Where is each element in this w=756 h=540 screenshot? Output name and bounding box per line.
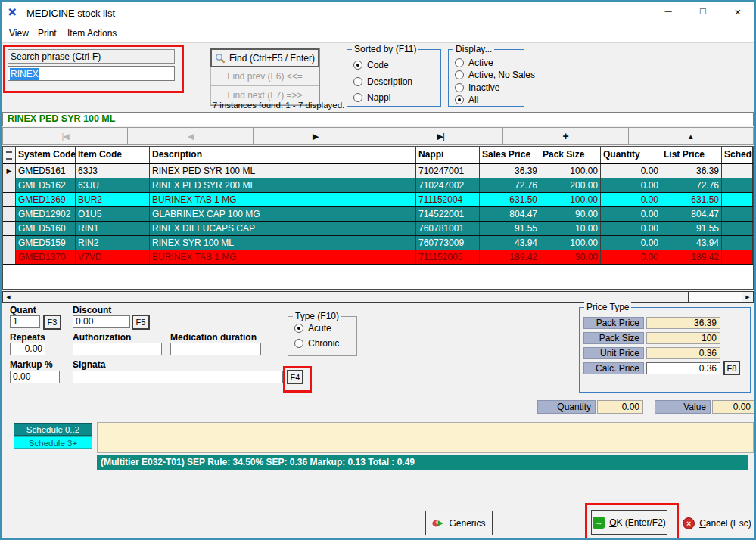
- column-header-list-price[interactable]: List Price: [661, 147, 722, 163]
- quant-input[interactable]: 1: [10, 315, 40, 328]
- calc-price-fkey-button[interactable]: F8: [723, 361, 740, 375]
- discount-fkey-button[interactable]: F5: [132, 315, 150, 330]
- calc-price-label: Calc. Price: [583, 362, 644, 374]
- edit-record-button[interactable]: ▲: [629, 127, 754, 145]
- menu-item-actions[interactable]: Item Actions: [67, 28, 117, 39]
- cell: [722, 250, 753, 264]
- cell: 0.00: [601, 207, 661, 221]
- column-header-sales-price[interactable]: Sales Price: [480, 147, 540, 163]
- find-panel: Find (Ctrl+F5 / Enter) Find prev (F6) <<…: [210, 48, 320, 106]
- schedule-3plus-button[interactable]: Schedule 3+: [14, 436, 92, 449]
- scroll-right-icon[interactable]: ▶: [742, 292, 753, 302]
- cell: 0.00: [601, 193, 661, 206]
- cell: 10.00: [540, 222, 601, 235]
- cell: 0.00: [601, 164, 661, 178]
- last-record-icon: ▶|: [437, 132, 443, 141]
- menu-view[interactable]: View: [9, 28, 29, 39]
- cell: 631.50: [661, 193, 722, 206]
- signata-fkey-button[interactable]: F4: [287, 370, 303, 384]
- authorization-input[interactable]: [73, 343, 162, 355]
- scrollbar-thumb[interactable]: [14, 292, 689, 302]
- generics-button[interactable]: Generics: [425, 511, 493, 535]
- cell: 0.00: [601, 236, 661, 250]
- grid-options-icon[interactable]: [3, 147, 16, 163]
- medication-duration-input[interactable]: [170, 343, 261, 355]
- cell: 91.55: [661, 222, 722, 235]
- signata-input[interactable]: [73, 371, 283, 383]
- row-indicator: [3, 193, 16, 206]
- cancel-button[interactable]: × Cancel (Esc): [680, 511, 754, 535]
- table-row[interactable]: GMED516263JURINEX PED SYR 200 ML71024700…: [3, 178, 753, 193]
- radio-type-chronic[interactable]: Chronic: [294, 338, 339, 349]
- last-record-button[interactable]: ▶|: [378, 127, 503, 145]
- insert-record-button[interactable]: +: [503, 127, 628, 145]
- table-row[interactable]: GMED1369BUR2BURINEX TAB 1 MG711152004631…: [3, 193, 753, 207]
- close-icon[interactable]: ×: [728, 5, 748, 20]
- find-prev-button[interactable]: Find prev (F6) <<=: [210, 67, 319, 86]
- cell: 63J3: [76, 164, 150, 178]
- search-icon: [215, 53, 226, 64]
- table-row[interactable]: GMED5159RIN2RINEX SYR 100 ML76077300943.…: [3, 236, 753, 250]
- scroll-left-icon[interactable]: ◀: [3, 292, 14, 302]
- row-indicator: [3, 222, 16, 235]
- column-header-system-code[interactable]: System Code: [16, 147, 76, 163]
- column-header-description[interactable]: Description: [150, 147, 416, 163]
- radio-sort-code[interactable]: Code: [353, 60, 389, 70]
- column-header-item-code[interactable]: Item Code: [76, 147, 150, 163]
- cancel-label: Cancel (Esc): [699, 518, 751, 529]
- title-bar: × MEDICINE stock list ─ □ ×: [2, 2, 754, 24]
- maximize-icon[interactable]: □: [693, 5, 713, 20]
- menu-print[interactable]: Print: [38, 28, 57, 39]
- radio-display-all[interactable]: All: [455, 95, 478, 105]
- cell: BURINEX TAB 1 MG: [150, 250, 416, 264]
- cell: [722, 178, 753, 192]
- markup-input[interactable]: 0.00: [10, 371, 60, 383]
- calc-price-input[interactable]: 0.36: [646, 362, 720, 374]
- cell: 631.50: [480, 193, 540, 206]
- minimize-icon[interactable]: ─: [658, 5, 678, 20]
- cell: 804.47: [661, 207, 722, 221]
- next-record-button[interactable]: ▶: [254, 127, 378, 145]
- radio-sort-nappi[interactable]: Nappi: [353, 92, 390, 103]
- cell: 710247001: [416, 164, 480, 178]
- stock-grid: System CodeItem CodeDescriptionNappiSale…: [2, 146, 754, 290]
- quantity-total-label: Quantity: [537, 400, 596, 414]
- selected-item-name: RINEX PED SYR 100 ML: [2, 112, 754, 126]
- cell: GMED5161: [16, 164, 76, 178]
- column-header-nappi[interactable]: Nappi: [416, 147, 480, 163]
- column-header-pack-size[interactable]: Pack Size: [540, 147, 601, 163]
- search-input[interactable]: RINEX: [8, 66, 175, 81]
- radio-display-active[interactable]: Active: [455, 57, 493, 68]
- quant-fkey-button[interactable]: F3: [43, 315, 61, 330]
- cell: 72.76: [661, 178, 722, 192]
- table-row[interactable]: GMED12902O1U5GLABRINEX CAP 100 MG7145220…: [3, 207, 753, 222]
- cell: 43.94: [661, 236, 722, 250]
- cell: O1U5: [76, 207, 150, 221]
- table-row[interactable]: GMED1370V7VDBURINEX TAB 1 MG711152005189…: [3, 250, 753, 265]
- radio-display-inactive[interactable]: Inactive: [455, 82, 499, 93]
- table-row[interactable]: ▶GMED516163J3RINEX PED SYR 100 ML7102470…: [3, 164, 753, 178]
- radio-sort-description[interactable]: Description: [353, 76, 412, 87]
- repeats-input[interactable]: 0.00: [10, 343, 45, 355]
- radio-display-active-no-sales[interactable]: Active, No Sales: [455, 70, 535, 80]
- prior-record-button[interactable]: ◀: [128, 127, 253, 145]
- ok-arrow-icon: →: [593, 517, 605, 529]
- ok-button[interactable]: → OK (Enter/F2): [591, 510, 667, 535]
- column-header-quantity[interactable]: Quantity: [601, 147, 661, 163]
- discount-input[interactable]: 0.00: [73, 315, 130, 328]
- schedule-0-2-button[interactable]: Schedule 0..2: [14, 423, 92, 436]
- find-button[interactable]: Find (Ctrl+F5 / Enter): [210, 48, 319, 67]
- grid-header-row: System CodeItem CodeDescriptionNappiSale…: [3, 147, 753, 164]
- row-indicator: [3, 250, 16, 264]
- table-row[interactable]: GMED5160RIN1RINEX DIFFUCAPS CAP760781001…: [3, 222, 753, 236]
- first-record-button[interactable]: |◀: [2, 127, 128, 145]
- cell: [722, 164, 753, 178]
- type-group-title: Type (F10): [293, 311, 341, 321]
- cell: BUR2: [76, 193, 150, 206]
- cell: 0.00: [601, 222, 661, 235]
- column-header-schedule[interactable]: Schedule: [722, 147, 753, 163]
- sorted-by-title: Sorted by (F11): [352, 44, 418, 54]
- find-status-text: 7 instances found. 1 - 7 displayed.: [207, 101, 350, 110]
- radio-type-acute[interactable]: Acute: [294, 323, 331, 334]
- cell: 100.00: [540, 193, 601, 206]
